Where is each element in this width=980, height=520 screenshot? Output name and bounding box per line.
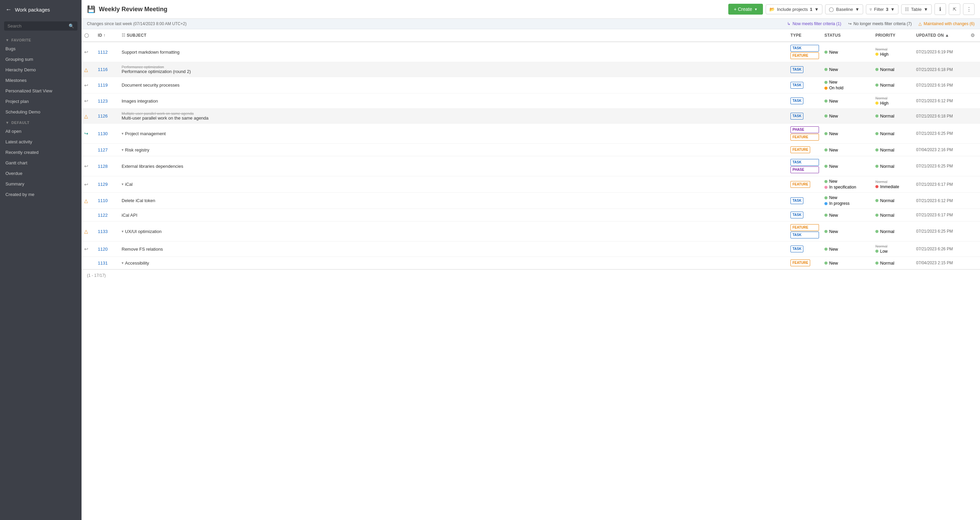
priority-new: Immediate: [875, 184, 911, 189]
table-row: ↩1129▾iCalFEATURENewIn specificationNorm…: [81, 176, 980, 192]
subject-old: Performance optimization: [122, 65, 785, 69]
sidebar-item-milestones[interactable]: Milestones: [0, 75, 81, 86]
col-status[interactable]: STATUS: [822, 29, 873, 42]
id-link[interactable]: 1133: [98, 229, 108, 234]
id-link[interactable]: 1127: [98, 148, 108, 153]
default-caret: ▼: [5, 121, 9, 125]
type-badge: TASK: [791, 113, 803, 119]
col-priority[interactable]: PRIORITY: [873, 29, 913, 42]
id-link[interactable]: 1119: [98, 83, 108, 87]
baseline-icon: ◯: [829, 7, 834, 12]
table-row: 1122iCal APITASKNewNormal07/21/2023 6:17…: [81, 209, 980, 221]
more-button[interactable]: ⋮: [963, 3, 975, 15]
collapse-arrow[interactable]: ▾: [122, 229, 124, 234]
id-link[interactable]: 1123: [98, 99, 108, 103]
id-link[interactable]: 1122: [98, 213, 108, 218]
id-link[interactable]: 1116: [98, 67, 108, 72]
type-badge: FEATURE: [791, 181, 810, 188]
sidebar-item-latest-activity[interactable]: Latest activity: [0, 137, 81, 147]
priority-dot: [875, 114, 878, 118]
id-link[interactable]: 1120: [98, 246, 108, 252]
sidebar-item-created-by-me[interactable]: Created by me: [0, 189, 81, 200]
sidebar-item-summary[interactable]: Summary: [0, 179, 81, 189]
fullscreen-button[interactable]: ⇱: [949, 3, 960, 15]
sidebar-search-container: 🔍: [4, 21, 78, 30]
col-change-type: ◯: [81, 29, 95, 42]
status-text: New: [829, 213, 838, 218]
subject-text: Support markdown formatting: [122, 49, 180, 55]
status-text: New: [829, 246, 838, 252]
collapse-arrow[interactable]: ▾: [122, 261, 124, 265]
type-stack: FEATURETASK: [791, 224, 819, 239]
table-row: ↩1119Document security processesTASKNewO…: [81, 77, 980, 94]
include-projects-control[interactable]: 📂 Include projects 1 ▼: [766, 5, 822, 14]
priority-dot: [875, 84, 878, 87]
priority-cell: Normal: [873, 257, 913, 269]
priority-dot: [875, 185, 878, 188]
type-cell: TASK: [788, 192, 822, 209]
sidebar-item-scheduling-demo[interactable]: Scheduling Demo: [0, 107, 81, 117]
table-control[interactable]: ☷ Table ▼: [901, 5, 932, 14]
sidebar-header[interactable]: ← Work packages: [0, 0, 81, 19]
change-since-text: Changes since last week (07/14/2023 8:00…: [87, 21, 186, 26]
priority-stack: NormalLow: [875, 244, 911, 254]
search-input[interactable]: [8, 24, 67, 29]
status-cell: New: [822, 144, 873, 156]
id-link[interactable]: 1112: [98, 49, 108, 55]
collapse-arrow[interactable]: ▾: [122, 182, 124, 186]
sidebar-favorite-items: BugsGrouping sumHierachy DemoMilestonesP…: [0, 43, 81, 117]
row-settings-cell: [968, 156, 980, 176]
save-icon: 💾: [87, 5, 95, 13]
status-dot: [824, 214, 827, 217]
status-dot: [824, 262, 827, 265]
table-arrow: ▼: [924, 7, 928, 12]
updated-cell: 07/21/2023 6:18 PM: [913, 62, 968, 77]
sidebar-item-grouping-sum[interactable]: Grouping sum: [0, 54, 81, 65]
sidebar-item-gantt-chart[interactable]: Gantt chart: [0, 157, 81, 168]
id-link[interactable]: 1110: [98, 198, 108, 203]
baseline-control[interactable]: ◯ Baseline ▼: [825, 5, 863, 14]
info-button[interactable]: ℹ: [934, 3, 946, 15]
col-type[interactable]: TYPE: [788, 29, 822, 42]
sidebar-item-personalized-start-view[interactable]: Personalized Start View: [0, 86, 81, 96]
table-container: ◯ ID ↑ ☷ SUBJECT TYPE STATUS PRIORITY UP…: [81, 29, 980, 520]
col-id[interactable]: ID ↑: [95, 29, 119, 42]
status-cell: New: [822, 42, 873, 62]
id-link[interactable]: 1129: [98, 182, 108, 187]
id-link[interactable]: 1128: [98, 164, 108, 169]
priority-cell: Normal: [873, 77, 913, 94]
type-cell: FEATURE: [788, 144, 822, 156]
col-settings-icon[interactable]: ⚙: [970, 33, 975, 38]
sidebar-item-recently-created[interactable]: Recently created: [0, 147, 81, 157]
topbar-actions: + Create ▼ 📂 Include projects 1 ▼ ◯ Base…: [728, 3, 975, 15]
filter-arrow: ▼: [890, 7, 895, 12]
favorite-section-label[interactable]: ▼ FAVORITE: [0, 35, 81, 43]
priority-dot: [875, 68, 878, 71]
sidebar-item-bugs[interactable]: Bugs: [0, 43, 81, 54]
priority-value: Normal: [875, 164, 894, 169]
id-link[interactable]: 1130: [98, 131, 108, 136]
sidebar-item-project-plan[interactable]: Project plan: [0, 96, 81, 107]
table-row: △1133▾UX/UI optimizationFEATURETASKNewNo…: [81, 221, 980, 242]
create-button[interactable]: + Create ▼: [728, 4, 763, 14]
collapse-arrow[interactable]: ▾: [122, 148, 124, 152]
status-text: New: [829, 99, 838, 103]
filter-control[interactable]: ▿ Filter 3 ▼: [866, 5, 899, 14]
id-link[interactable]: 1131: [98, 261, 108, 266]
sidebar-item-hierachy-demo[interactable]: Hierachy Demo: [0, 65, 81, 75]
sidebar-item-overdue[interactable]: Overdue: [0, 168, 81, 179]
col-subject[interactable]: ☷ SUBJECT: [119, 29, 788, 42]
default-section-label[interactable]: ▼ DEFAULT: [0, 117, 81, 126]
col-updated-on[interactable]: UPDATED ON ▲: [913, 29, 968, 42]
col-settings[interactable]: ⚙: [968, 29, 980, 42]
sidebar: ← Work packages 🔍 ▼ FAVORITE BugsGroupin…: [0, 0, 81, 520]
status-dot: [824, 196, 827, 199]
sidebar-item-all-open[interactable]: All open: [0, 126, 81, 137]
subject-cell: iCal API: [119, 209, 788, 221]
now-meets-icon: ↳: [787, 21, 791, 26]
id-link[interactable]: 1126: [98, 113, 108, 119]
collapse-arrow[interactable]: ▾: [122, 132, 124, 136]
priority-cell: Normal: [873, 109, 913, 124]
subject-text: Document security processes: [122, 83, 180, 87]
back-icon[interactable]: ←: [5, 6, 11, 13]
